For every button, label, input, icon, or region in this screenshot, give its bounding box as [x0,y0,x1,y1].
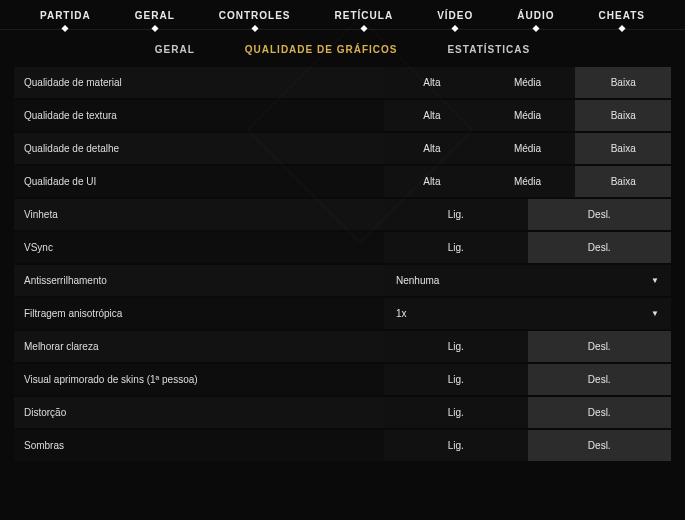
opt-distortion-lig[interactable]: Lig. [384,397,528,428]
opts-distortion: Lig.Desl. [384,397,671,428]
opt-material-alta[interactable]: Alta [384,67,480,98]
opt-vinheta-lig[interactable]: Lig. [384,199,528,230]
opt-detalhe-alta[interactable]: Alta [384,133,480,164]
label-aa: Antisserrilhamento [14,265,384,296]
opt-distortion-desl[interactable]: Desl. [528,397,672,428]
opt-ui-baixa[interactable]: Baixa [575,166,671,197]
label-textura: Qualidade de textura [14,100,384,131]
dropdown-value-aa: Nenhuma [396,275,439,286]
opt-detalhe-baixa[interactable]: Baixa [575,133,671,164]
opts-vsync: Lig.Desl. [384,232,671,263]
opts-skins: Lig.Desl. [384,364,671,395]
row-ui: Qualidade de UIAltaMédiaBaixa [14,166,671,199]
row-vsync: VSyncLig.Desl. [14,232,671,265]
label-aniso: Filtragem anisotrópica [14,298,384,329]
label-skins: Visual aprimorado de skins (1ª pessoa) [14,364,384,395]
dropdown-aa[interactable]: Nenhuma▼ [384,265,671,296]
opts-material: AltaMédiaBaixa [384,67,671,98]
row-material: Qualidade de materialAltaMédiaBaixa [14,67,671,100]
opt-clarity-lig[interactable]: Lig. [384,331,528,362]
label-ui: Qualidade de UI [14,166,384,197]
chevron-down-icon: ▼ [651,276,659,285]
opts-shadows: Lig.Desl. [384,430,671,461]
row-distortion: DistorçãoLig.Desl. [14,397,671,430]
opt-vinheta-desl[interactable]: Desl. [528,199,672,230]
topnav-audio[interactable]: ÁUDIO [517,10,554,21]
opts-clarity: Lig.Desl. [384,331,671,362]
opt-ui-media[interactable]: Média [480,166,576,197]
topnav-reticula[interactable]: RETÍCULA [335,10,394,21]
row-skins: Visual aprimorado de skins (1ª pessoa)Li… [14,364,671,397]
settings-rows: Qualidade de materialAltaMédiaBaixaQuali… [0,67,685,463]
label-vinheta: Vinheta [14,199,384,230]
topnav-partida[interactable]: PARTIDA [40,10,91,21]
opt-skins-lig[interactable]: Lig. [384,364,528,395]
topnav-cheats[interactable]: CHEATS [599,10,645,21]
opts-detalhe: AltaMédiaBaixa [384,133,671,164]
topnav-controles[interactable]: CONTROLES [219,10,291,21]
opt-skins-desl[interactable]: Desl. [528,364,672,395]
opt-shadows-desl[interactable]: Desl. [528,430,672,461]
opts-textura: AltaMédiaBaixa [384,100,671,131]
topnav-geral[interactable]: GERAL [135,10,175,21]
row-vinheta: VinhetaLig.Desl. [14,199,671,232]
sub-nav: GERALQUALIDADE DE GRÁFICOSESTATÍSTICAS [0,30,685,67]
opt-textura-baixa[interactable]: Baixa [575,100,671,131]
label-detalhe: Qualidade de detalhe [14,133,384,164]
row-shadows: SombrasLig.Desl. [14,430,671,463]
label-material: Qualidade de material [14,67,384,98]
row-detalhe: Qualidade de detalheAltaMédiaBaixa [14,133,671,166]
opt-material-media[interactable]: Média [480,67,576,98]
opt-detalhe-media[interactable]: Média [480,133,576,164]
top-nav: PARTIDAGERALCONTROLESRETÍCULAVÍDEOÁUDIOC… [0,0,685,30]
opt-clarity-desl[interactable]: Desl. [528,331,672,362]
opt-ui-alta[interactable]: Alta [384,166,480,197]
subnav-estatisticas[interactable]: ESTATÍSTICAS [447,44,530,55]
opt-textura-alta[interactable]: Alta [384,100,480,131]
label-shadows: Sombras [14,430,384,461]
dropdown-value-aniso: 1x [396,308,407,319]
row-aniso: Filtragem anisotrópica1x▼ [14,298,671,331]
label-clarity: Melhorar clareza [14,331,384,362]
label-vsync: VSync [14,232,384,263]
subnav-qualidade[interactable]: QUALIDADE DE GRÁFICOS [245,44,398,55]
opt-material-baixa[interactable]: Baixa [575,67,671,98]
opt-shadows-lig[interactable]: Lig. [384,430,528,461]
opt-textura-media[interactable]: Média [480,100,576,131]
row-textura: Qualidade de texturaAltaMédiaBaixa [14,100,671,133]
row-aa: AntisserrilhamentoNenhuma▼ [14,265,671,298]
topnav-video[interactable]: VÍDEO [437,10,473,21]
opts-vinheta: Lig.Desl. [384,199,671,230]
opts-ui: AltaMédiaBaixa [384,166,671,197]
dropdown-aniso[interactable]: 1x▼ [384,298,671,329]
chevron-down-icon: ▼ [651,309,659,318]
row-clarity: Melhorar clarezaLig.Desl. [14,331,671,364]
opt-vsync-desl[interactable]: Desl. [528,232,672,263]
subnav-geral[interactable]: GERAL [155,44,195,55]
label-distortion: Distorção [14,397,384,428]
opt-vsync-lig[interactable]: Lig. [384,232,528,263]
